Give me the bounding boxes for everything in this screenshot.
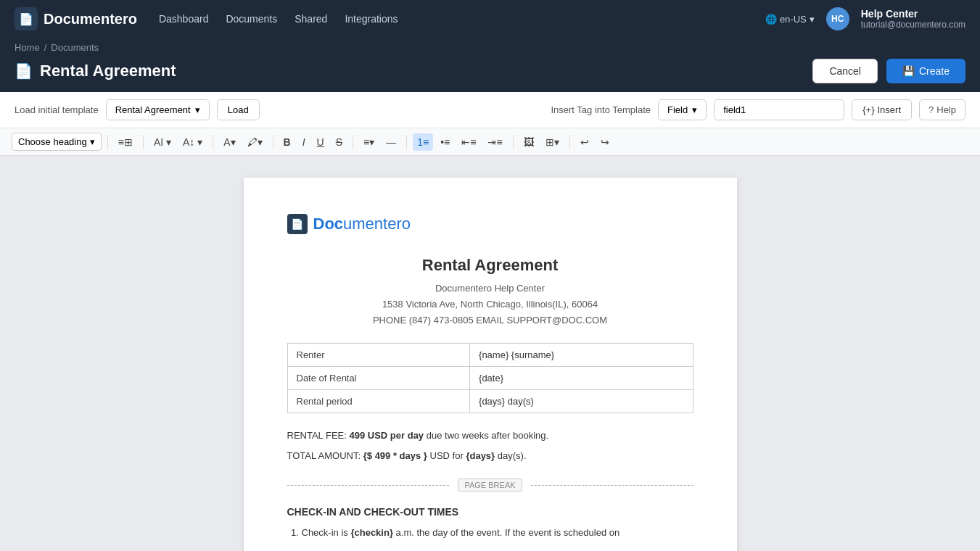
doc-logo: 📄 Documentero	[287, 214, 693, 234]
nav-links: Dashboard Documents Shared Integrations	[159, 13, 398, 25]
table-cell-value: {date}	[470, 367, 693, 390]
toolbar-separator-5	[353, 135, 353, 149]
table-row: Rental period {days} day(s)	[287, 390, 693, 413]
load-button[interactable]: Load	[217, 99, 260, 120]
doc-list: Check-in is {checkin} a.m. the day of th…	[287, 525, 693, 541]
document-icon: 📄	[15, 62, 33, 80]
image-btn[interactable]: 🖼	[519, 133, 538, 151]
main-content: Load initial template Rental Agreement ▾…	[0, 92, 980, 551]
insert-tag-label: Insert Tag into Template	[551, 104, 651, 115]
logo-text: Documentero	[44, 11, 137, 28]
chevron-down-icon: ▾	[195, 104, 200, 115]
help-info: Help Center tutorial@documentero.com	[861, 8, 965, 30]
toolbar-strip: Load initial template Rental Agreement ▾…	[0, 92, 980, 128]
table-cell-value: {name} {surname}	[470, 344, 693, 367]
page-break-line-left	[287, 485, 450, 486]
toolbar-separator-7	[513, 135, 514, 149]
toolbar-separator-8	[569, 135, 570, 149]
section-title: CHECK-IN AND CHECK-OUT TIMES	[287, 506, 693, 518]
cancel-button[interactable]: Cancel	[812, 59, 878, 83]
indent-in-btn[interactable]: ⇥≡	[483, 133, 506, 151]
help-button[interactable]: ? Help	[919, 99, 965, 120]
unordered-list-btn[interactable]: •≡	[436, 133, 454, 151]
create-button[interactable]: 💾 Create	[886, 59, 965, 83]
create-icon: 💾	[902, 65, 915, 77]
chevron-down-icon-3: ▾	[90, 136, 95, 147]
toolbar-separator-6	[406, 135, 407, 149]
table-row: Renter {name} {surname}	[287, 344, 693, 367]
rental-fee-paragraph: RENTAL FEE: 499 USD per day due two week…	[287, 428, 693, 444]
insert-tag-section: Insert Tag into Template Field ▾ {+} Ins…	[551, 99, 965, 120]
list-item: Check-in is {checkin} a.m. the day of th…	[302, 525, 693, 541]
nav-shared[interactable]: Shared	[295, 13, 327, 25]
avatar: HC	[826, 7, 849, 30]
nav-documents[interactable]: Documents	[226, 13, 277, 25]
underline-btn[interactable]: U	[313, 133, 329, 151]
doc-logo-icon: 📄	[287, 214, 308, 234]
load-label: Load initial template	[15, 104, 99, 115]
bold-btn[interactable]: B	[279, 133, 295, 151]
template-select-button[interactable]: Rental Agreement ▾	[106, 99, 210, 120]
logo: 📄 Documentero	[15, 7, 137, 30]
breadcrumb-home[interactable]: Home	[15, 42, 40, 53]
editor-page[interactable]: 📄 Documentero Rental Agreement Documente…	[244, 178, 737, 551]
page-title-row: 📄 Rental Agreement Cancel 💾 Create	[15, 59, 965, 83]
table-cell-value: {days} day(s)	[470, 390, 693, 413]
breadcrumb-separator: /	[44, 42, 47, 53]
help-icon: ?	[928, 104, 934, 115]
field-type-button[interactable]: Field ▾	[658, 99, 707, 120]
strikethrough-btn[interactable]: S	[332, 133, 347, 151]
redo-btn[interactable]: ↪	[596, 133, 614, 151]
toolbar-separator-3	[213, 135, 213, 149]
italic-btn[interactable]: I	[298, 133, 310, 151]
rental-table: Renter {name} {surname} Date of Rental {…	[287, 343, 693, 413]
toolbar-separator-4	[273, 135, 273, 149]
locale-selector[interactable]: 🌐 en-US ▾	[765, 14, 815, 25]
doc-logo-name: Documentero	[313, 215, 411, 233]
load-template-section: Load initial template Rental Agreement ▾…	[15, 99, 260, 120]
page-break: PAGE BREAK	[287, 478, 693, 492]
toolbar-separator-1	[107, 135, 108, 149]
font-size-btn[interactable]: A↕ ▾	[178, 133, 207, 151]
editor-toolbar: Choose heading ▾ ≡⊞ AI ▾ A↕ ▾ A▾ 🖍▾ B I …	[0, 128, 980, 156]
doc-subtitle: Documentero Help Center 1538 Victoria Av…	[287, 281, 693, 328]
hr-btn[interactable]: —	[382, 133, 400, 151]
insert-icon: {+}	[862, 104, 874, 115]
nav-right: 🌐 en-US ▾ HC Help Center tutorial@docume…	[765, 7, 965, 30]
page-header: Home / Documents 📄 Rental Agreement Canc…	[0, 38, 980, 92]
page-title: 📄 Rental Agreement	[15, 62, 176, 80]
ai-btn[interactable]: AI ▾	[149, 133, 176, 151]
ordered-list-btn[interactable]: 1≡	[413, 133, 433, 151]
table-cell-label: Renter	[287, 344, 470, 367]
action-buttons: Cancel 💾 Create	[812, 59, 965, 83]
bg-color-btn[interactable]: 🖍▾	[243, 133, 267, 151]
insert-button[interactable]: {+} Insert	[852, 99, 912, 120]
text-color-btn[interactable]: A▾	[219, 133, 239, 151]
heading-select[interactable]: Choose heading ▾	[12, 133, 102, 151]
undo-btn[interactable]: ↩	[576, 133, 593, 151]
table-row: Date of Rental {date}	[287, 367, 693, 390]
align-btn[interactable]: ≡▾	[359, 133, 379, 151]
top-nav: 📄 Documentero Dashboard Documents Shared…	[0, 0, 980, 38]
indent-out-btn[interactable]: ⇤≡	[457, 133, 480, 151]
doc-title: Rental Agreement	[287, 256, 693, 275]
columns-btn[interactable]: ≡⊞	[114, 133, 137, 151]
page-break-label: PAGE BREAK	[458, 478, 522, 492]
chevron-down-icon-2: ▾	[692, 104, 697, 115]
breadcrumb-current: Documents	[51, 42, 99, 53]
table-cell-label: Rental period	[287, 390, 470, 413]
page-break-line-right	[531, 485, 693, 486]
nav-integrations[interactable]: Integrations	[345, 13, 398, 25]
table-cell-label: Date of Rental	[287, 367, 470, 390]
field-value-input[interactable]	[714, 99, 844, 120]
nav-dashboard[interactable]: Dashboard	[159, 13, 209, 25]
total-amount-paragraph: TOTAL AMOUNT: {$ 499 * days } USD for {d…	[287, 448, 693, 464]
toolbar-separator-2	[143, 135, 144, 149]
breadcrumb: Home / Documents	[15, 42, 965, 53]
table-btn[interactable]: ⊞▾	[541, 133, 564, 151]
editor-wrapper: 📄 Documentero Rental Agreement Documente…	[0, 156, 980, 551]
logo-icon: 📄	[15, 7, 38, 30]
